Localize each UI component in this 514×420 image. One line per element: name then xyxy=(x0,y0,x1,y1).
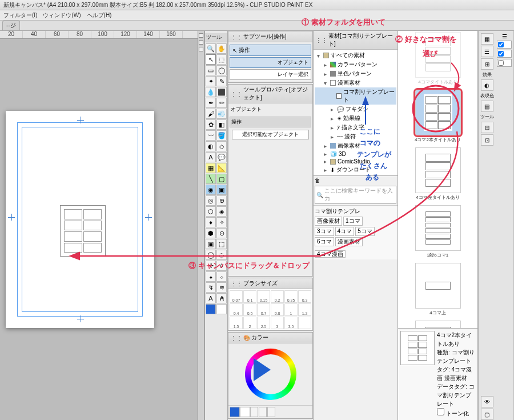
tool-ruler[interactable]: 📐 xyxy=(216,163,227,173)
tool-move[interactable]: ↖ xyxy=(206,54,216,65)
tool-deco[interactable]: ✿ xyxy=(206,119,216,130)
tool-pen[interactable]: ✒ xyxy=(206,98,216,108)
tag[interactable]: 3コマ xyxy=(315,227,334,236)
tag[interactable]: 6コマ xyxy=(315,237,334,246)
subtool-tab-operation[interactable]: ↖操作 xyxy=(230,45,311,56)
tree-item[interactable]: ▸✴効果線 xyxy=(315,114,396,123)
tool-hand[interactable]: ✋ xyxy=(216,43,227,54)
thumb-item[interactable]: 4コマ上 xyxy=(409,263,467,316)
tool[interactable]: ◌ xyxy=(216,250,227,260)
strip-button[interactable] xyxy=(199,40,203,45)
tree-item[interactable]: ▸🧊3D xyxy=(315,150,396,158)
rail-button[interactable]: ⊟ xyxy=(481,122,493,133)
tool[interactable]: ≋ xyxy=(216,282,227,293)
tag[interactable]: 5コマ xyxy=(355,227,375,236)
tool[interactable]: ✧ xyxy=(216,217,227,227)
tool-marquee[interactable]: ▭ xyxy=(206,65,216,75)
canvas-area[interactable]: 20406080100120140160 xyxy=(0,31,198,420)
tool[interactable]: ⬚ xyxy=(216,239,227,249)
bg-color-swatch[interactable] xyxy=(240,407,250,417)
history-swatch[interactable] xyxy=(259,407,267,417)
visibility-toggle[interactable] xyxy=(497,59,512,67)
brush-size-item[interactable]: 3.5 xyxy=(284,317,298,329)
tool[interactable]: ⊙ xyxy=(216,228,227,238)
color-wheel[interactable] xyxy=(236,346,305,403)
visibility-toggle[interactable] xyxy=(497,50,512,58)
tree-item[interactable]: ▸画像素材 xyxy=(315,141,396,150)
brush-size-item[interactable]: 0.25 xyxy=(284,290,298,303)
history-swatch[interactable] xyxy=(250,407,258,417)
brush-size-item[interactable] xyxy=(298,317,311,329)
tree-item[interactable]: ▸ComicStudio xyxy=(315,158,396,165)
tool-fill[interactable]: 🪣 xyxy=(216,130,227,141)
tool-lasso[interactable]: ◯ xyxy=(216,65,227,75)
strip-button[interactable] xyxy=(199,33,203,38)
brush-size-item[interactable]: 2.5 xyxy=(257,317,270,329)
rail-button[interactable]: ◐ xyxy=(481,79,493,91)
rail-button[interactable]: ▤ xyxy=(481,101,493,112)
tone-checkbox[interactable] xyxy=(437,408,444,415)
tool-pencil[interactable]: ✏ xyxy=(216,98,227,108)
tool-frame[interactable]: ▦ xyxy=(206,163,216,173)
thumb-item[interactable]: 4コマタイトルあり xyxy=(409,32,467,85)
tree-item[interactable]: ▸単色パターン xyxy=(315,69,396,78)
tree-item[interactable]: ▾漫画素材 xyxy=(315,78,396,87)
tag[interactable]: 4コマ xyxy=(335,227,355,236)
brush-size-item[interactable]: 1.5 xyxy=(230,317,243,329)
tool[interactable]: ↯ xyxy=(206,282,216,293)
thumb-item[interactable]: 4コマ右タイトルあり xyxy=(409,321,467,328)
tool-eraser[interactable]: ◧ xyxy=(216,119,227,130)
brush-size-item[interactable]: 2 xyxy=(243,317,256,329)
history-swatch[interactable] xyxy=(267,407,275,417)
thumb-item[interactable]: 4コマ左タイトルあり xyxy=(409,147,467,201)
brush-size-item[interactable]: 0.07 xyxy=(230,290,243,303)
brush-size-grid[interactable]: 0.070.10.150.20.250.3 0.40.50.70.811.2 1… xyxy=(228,289,312,330)
brush-size-item[interactable]: 0.4 xyxy=(230,303,243,316)
brush-size-item[interactable]: 0.2 xyxy=(271,290,284,303)
document-tab[interactable]: --ジ xyxy=(2,21,20,30)
tool-line[interactable]: ╲ xyxy=(206,174,216,184)
tool[interactable]: ◇ xyxy=(216,141,227,151)
brush-size-item[interactable]: 0.15 xyxy=(257,290,270,303)
brush-size-item[interactable]: 1.2 xyxy=(298,303,311,316)
tool-brush[interactable]: 🖌 xyxy=(206,109,216,119)
material-search[interactable]: 🔍ここに検索キーワードを入力 xyxy=(315,186,396,204)
tool-operation[interactable]: ⬚ xyxy=(216,54,227,65)
background-color[interactable] xyxy=(216,304,227,314)
rail-button[interactable]: 👁 xyxy=(481,396,493,407)
subtool-object[interactable]: オブジェクト xyxy=(230,57,311,68)
foreground-color[interactable] xyxy=(206,304,216,314)
tool-airbrush[interactable]: 💨 xyxy=(216,109,227,119)
strip-button[interactable] xyxy=(199,47,203,51)
tree-item[interactable]: ▸カラーパターン xyxy=(315,60,396,69)
tree-root[interactable]: ▾すべての素材 xyxy=(315,51,396,60)
brush-size-item[interactable]: 3 xyxy=(271,317,284,329)
rail-button[interactable]: ▦ xyxy=(481,33,493,45)
tree-item[interactable]: ▸〰漫符 xyxy=(315,132,396,141)
tree-item[interactable]: ▸ｱ描き文字 xyxy=(315,123,396,132)
tool[interactable]: ▣ xyxy=(206,239,216,249)
tool[interactable]: ⬡ xyxy=(206,206,216,217)
tool-select-pen[interactable]: ✎ xyxy=(216,76,227,86)
tool[interactable]: A xyxy=(206,293,216,303)
rail-button[interactable]: ⊞ xyxy=(481,58,493,70)
tool-zoom[interactable]: 🔍 xyxy=(206,43,216,54)
tree-item-koma-template[interactable]: コマ割りテンプレート xyxy=(315,87,396,105)
tool-balloon[interactable]: 💬 xyxy=(216,152,227,162)
tool[interactable]: ⬢ xyxy=(206,228,216,238)
tool-eyedropper[interactable]: 💧 xyxy=(206,87,216,97)
tree-item[interactable]: ▸⬇ダウンロード xyxy=(315,165,396,174)
rail-button[interactable]: ⊡ xyxy=(481,134,493,146)
thumb-item[interactable]: 3段6コマ1 xyxy=(409,205,467,258)
rail-button[interactable]: ▢ xyxy=(481,409,493,420)
tool-text[interactable]: A xyxy=(206,152,216,162)
tool[interactable]: ◊ xyxy=(216,261,227,271)
selectable-object-dropdown[interactable]: 選択可能なオブジェクト xyxy=(232,130,309,139)
brush-size-item[interactable]: 0.7 xyxy=(257,303,270,316)
tool[interactable]: ▣ xyxy=(216,185,227,195)
trash-icon[interactable]: 🗑 xyxy=(315,177,320,183)
canvas-page[interactable] xyxy=(6,111,154,328)
tool-blend[interactable]: 〰 xyxy=(206,130,216,141)
tool[interactable]: ₳ xyxy=(216,293,227,303)
brush-size-item[interactable]: 0.3 xyxy=(298,290,311,303)
